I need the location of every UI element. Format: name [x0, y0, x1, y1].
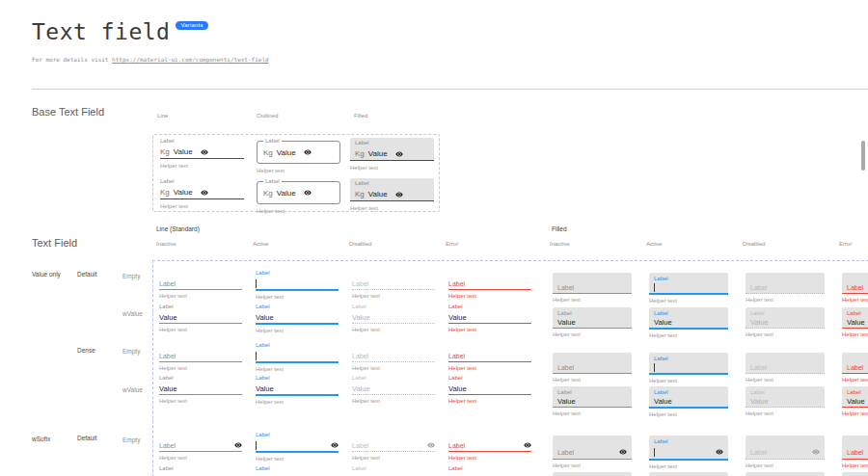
eye-icon[interactable] [331, 441, 339, 449]
field-input[interactable]: Value [159, 311, 242, 324]
text-field-filled-inactive-empty-wsufix[interactable]: LabelHelper text [553, 436, 632, 468]
text-field-line-disabled-value-wsufix[interactable]: LabelValueHelper text [352, 464, 435, 476]
field-input[interactable]: Label [352, 350, 435, 362]
field-input[interactable]: Label [159, 278, 242, 290]
text-field-filled-inactive-value-wsufix[interactable]: LabelValueHelper text [553, 472, 632, 476]
field-input[interactable]: LabelValue [842, 307, 868, 329]
eye-icon[interactable] [395, 150, 403, 158]
field-input[interactable]: LabelValue [842, 386, 868, 408]
field-input[interactable] [256, 350, 339, 363]
field-input[interactable]: Value [448, 311, 531, 324]
text-field-filled-inactive-value[interactable]: LabelValueHelper text [553, 386, 632, 416]
text-field-line-disabled-value[interactable]: LabelValueHelper text [352, 374, 435, 404]
text-field-line-error-empty[interactable]: LabelHelper text [448, 341, 531, 371]
eye-icon[interactable] [304, 189, 312, 197]
text-field-line-inactive-empty-wsufix[interactable]: LabelHelper text [159, 431, 242, 461]
field-input[interactable]: Label [159, 439, 242, 452]
field-input[interactable]: Label [448, 350, 531, 362]
eye-icon[interactable] [395, 191, 403, 198]
eye-icon[interactable] [304, 148, 312, 156]
eye-icon[interactable] [619, 448, 627, 456]
text-field-filled-error-value[interactable]: LabelValueHelper text [842, 307, 868, 337]
text-field-filled-active-empty[interactable]: LabelHelper text [649, 273, 728, 304]
field-input[interactable]: Label [649, 273, 728, 295]
text-field-filled-error-empty[interactable]: LabelHelper text [842, 353, 868, 383]
text-field-line-error-empty[interactable]: LabelHelper text [448, 269, 531, 299]
text-field-line-disabled-empty[interactable]: LabelHelper text [352, 341, 435, 371]
field-input[interactable]: KgValue [160, 186, 244, 199]
text-field-line-disabled-empty-wsufix[interactable]: LabelHelper text [352, 431, 435, 461]
field-input[interactable]: Label [842, 273, 868, 294]
field-input[interactable]: LabelValue [553, 307, 632, 329]
field-input[interactable]: Label [649, 353, 728, 375]
eye-icon[interactable] [427, 441, 435, 449]
field-input[interactable]: Label [553, 273, 632, 294]
text-field-filled-disabled-empty[interactable]: LabelHelper text [746, 273, 825, 303]
field-input[interactable] [256, 439, 339, 453]
field-input[interactable]: LabelKgValue [350, 138, 434, 161]
text-field-filled-active-empty[interactable]: LabelHelper text [649, 353, 728, 383]
text-field-filled-error-empty-wsufix[interactable]: LabelHelper text [842, 436, 868, 468]
field-input[interactable]: Label [553, 353, 632, 374]
field-input[interactable]: LabelValue [649, 386, 728, 409]
text-field-filled-error-empty[interactable]: LabelHelper text [842, 273, 868, 303]
field-input[interactable]: LabelValue [746, 472, 825, 476]
text-field-line-inactive-empty[interactable]: LabelHelper text [159, 341, 242, 371]
text-field-line-error-value[interactable]: LabelValueHelper text [448, 374, 531, 404]
field-input[interactable]: LabelKgValue [350, 178, 434, 201]
text-field-filled-disabled-empty[interactable]: LabelHelper text [746, 353, 825, 383]
text-field-line-active-empty[interactable]: LabelHelper text [256, 341, 339, 372]
text-field-line-disabled-empty[interactable]: LabelHelper text [352, 269, 435, 299]
text-field-line-error-value[interactable]: LabelValueHelper text [448, 303, 531, 332]
text-field-filled-inactive-empty[interactable]: LabelHelper text [553, 353, 632, 383]
field-input[interactable]: LabelValue [746, 307, 825, 329]
text-field-line-inactive-value-wsufix[interactable]: LabelValueHelper text [159, 464, 242, 476]
text-field-filled-active-empty-wsufix[interactable]: LabelHelper text [649, 436, 728, 469]
text-field-filled-active-value[interactable]: LabelValueHelper text [649, 307, 728, 338]
base-text-field-line[interactable]: LabelKgValueHelper text [160, 138, 244, 169]
text-field-filled-disabled-value-wsufix[interactable]: LabelValueHelper text [746, 472, 825, 476]
base-text-field-outlined[interactable]: LabelKgValueHelper text [257, 178, 340, 214]
field-input[interactable]: Value [256, 383, 339, 396]
field-input[interactable]: LabelValue [649, 307, 728, 330]
field-input[interactable]: LabelKgValue [257, 181, 340, 204]
field-input[interactable]: Value [256, 311, 339, 325]
eye-icon[interactable] [201, 189, 208, 197]
base-text-field-line[interactable]: LabelKgValueHelper text [160, 178, 244, 209]
docs-link[interactable]: https://material-ui.com/components/text-… [112, 56, 269, 63]
eye-icon[interactable] [234, 441, 242, 449]
field-input[interactable]: Label [159, 350, 242, 362]
field-input[interactable]: Value [352, 383, 435, 395]
text-field-filled-disabled-empty-wsufix[interactable]: LabelHelper text [746, 436, 825, 468]
field-input[interactable]: KgValue [160, 145, 244, 159]
field-input[interactable]: Label [746, 273, 825, 294]
eye-icon[interactable] [716, 448, 723, 456]
field-input[interactable]: LabelValue [553, 386, 632, 408]
field-input[interactable]: LabelValue [649, 472, 728, 476]
text-field-line-active-value[interactable]: LabelValueHelper text [256, 374, 339, 405]
text-field-filled-inactive-empty[interactable]: LabelHelper text [553, 273, 632, 303]
text-field-filled-inactive-value[interactable]: LabelValueHelper text [553, 307, 632, 337]
text-field-line-inactive-empty[interactable]: LabelHelper text [159, 269, 242, 299]
field-input[interactable]: LabelValue [746, 386, 825, 408]
field-input[interactable]: Label [649, 436, 728, 461]
field-input[interactable]: LabelValue [842, 472, 868, 476]
eye-icon[interactable] [812, 448, 820, 456]
text-field-line-error-value-wsufix[interactable]: LabelValueHelper text [448, 464, 531, 476]
text-field-filled-error-value[interactable]: LabelValueHelper text [842, 386, 868, 416]
eye-icon[interactable] [524, 441, 531, 449]
text-field-filled-error-value-wsufix[interactable]: LabelValueHelper text [842, 472, 868, 476]
text-field-line-disabled-value[interactable]: LabelValueHelper text [352, 303, 435, 332]
text-field-line-active-value-wsufix[interactable]: LabelValueHelper text [256, 464, 339, 476]
text-field-filled-active-value-wsufix[interactable]: LabelValueHelper text [649, 472, 728, 476]
field-input[interactable]: Value [448, 383, 531, 395]
field-input[interactable]: Label [448, 278, 531, 290]
text-field-filled-active-value[interactable]: LabelValueHelper text [649, 386, 728, 417]
text-field-line-active-empty[interactable]: LabelHelper text [256, 269, 339, 300]
eye-icon[interactable] [201, 148, 208, 156]
field-input[interactable]: Value [159, 383, 242, 395]
field-input[interactable]: Label [746, 353, 825, 374]
field-input[interactable] [256, 278, 339, 291]
field-input[interactable]: Label [746, 436, 825, 460]
field-input[interactable]: Label [448, 439, 531, 452]
